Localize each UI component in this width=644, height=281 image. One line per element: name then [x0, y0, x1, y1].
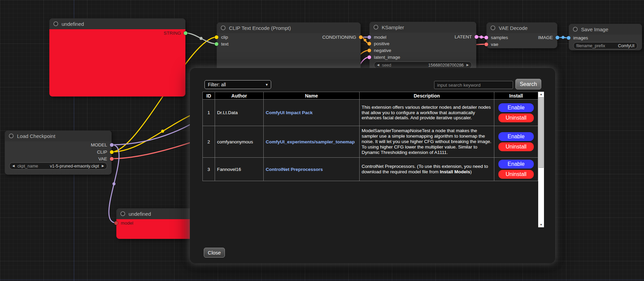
uninstall-button[interactable]: Uninstall: [498, 142, 534, 151]
node-header[interactable]: undefined: [49, 18, 185, 29]
link-midpoint-dot[interactable]: [161, 130, 164, 133]
cell-author: comfyanonymous: [215, 126, 264, 158]
node-header[interactable]: Load Checkpoint: [5, 130, 112, 141]
widget-value: 156680208700286: [428, 63, 464, 68]
input-slot-latent-image: latent_image: [367, 54, 400, 60]
node-header[interactable]: CLIP Text Encode (Prompt): [217, 22, 361, 33]
enable-button[interactable]: Enable: [498, 132, 534, 141]
node-header[interactable]: VAE Decode: [486, 22, 557, 33]
input-slot-model: model: [367, 34, 386, 40]
input-slot-negative: negative: [367, 48, 391, 53]
collapse-dot-icon[interactable]: [573, 27, 578, 32]
node-load-checkpoint[interactable]: Load Checkpoint MODEL CLIP VAE ◀ ckpt_na…: [5, 130, 112, 175]
uninstall-button[interactable]: Uninstall: [498, 113, 534, 122]
slot-label: vae: [491, 42, 498, 47]
link-midpoint-dot[interactable]: [562, 36, 565, 39]
collapse-dot-icon[interactable]: [374, 25, 378, 30]
input-pin-negative[interactable]: [367, 49, 371, 52]
cell-id: 2: [203, 126, 215, 158]
output-pin-clip[interactable]: [110, 150, 114, 154]
search-input[interactable]: [434, 81, 513, 89]
input-pin-text[interactable]: [215, 42, 218, 46]
comfyui-canvas[interactable]: undefined STRING CLIP Text Encode (Promp…: [0, 0, 644, 281]
link-midpoint-dot[interactable]: [200, 37, 203, 40]
cell-author: Fannovel16: [215, 158, 264, 181]
scroll-down-icon[interactable]: ▼: [538, 222, 544, 227]
collapse-dot-icon[interactable]: [120, 211, 125, 216]
link-midpoint-dot[interactable]: [113, 182, 116, 186]
extensions-table: ID Author Name Description Install 1 Dr.…: [202, 92, 538, 181]
slot-label: model: [121, 221, 133, 226]
extension-link[interactable]: ComfyUI Impact Pack: [266, 110, 313, 115]
input-slot-images: images: [567, 35, 588, 40]
node-undefined-top[interactable]: undefined STRING: [49, 18, 185, 96]
close-button[interactable]: Close: [204, 248, 225, 258]
output-slot-model: MODEL: [91, 142, 114, 147]
table-row: 3 Fannovel16 ControlNet Preprocessors Co…: [203, 158, 538, 181]
manager-install-extensions-dialog: Filter: all ▾ Search ID Author Name Desc…: [190, 68, 555, 263]
output-pin-image[interactable]: [556, 36, 559, 39]
output-pin-model[interactable]: [110, 143, 114, 147]
output-slot-vae: VAE: [98, 156, 114, 161]
input-pin-positive[interactable]: [367, 42, 371, 46]
node-title: undefined: [62, 21, 84, 27]
node-undefined-bottom[interactable]: undefined model: [116, 208, 195, 239]
filter-select[interactable]: Filter: all ▾: [204, 80, 271, 89]
link-midpoint-dot[interactable]: [480, 36, 483, 39]
decrement-arrow-icon[interactable]: ◀: [377, 64, 379, 67]
output-pin-conditioning[interactable]: [359, 35, 363, 39]
enable-button[interactable]: Enable: [498, 103, 534, 112]
collapse-dot-icon[interactable]: [53, 21, 58, 26]
seed-widget[interactable]: ◀ seed 156680208700286 ▶: [374, 62, 472, 69]
search-button[interactable]: Search: [515, 79, 541, 89]
node-title: Save Image: [581, 27, 608, 32]
column-header-description: Description: [360, 92, 494, 100]
node-header[interactable]: undefined: [116, 208, 195, 219]
widget-value: ComfyUI: [618, 43, 634, 48]
extension-link[interactable]: ControlNet Preprocessors: [266, 167, 323, 172]
input-pin-samples[interactable]: [484, 36, 488, 39]
cell-description: ControlNet Preprocessors. (To use this e…: [360, 158, 494, 181]
node-vae-decode[interactable]: VAE Decode samples vae IMAGE: [486, 22, 557, 48]
input-pin-model[interactable]: [367, 35, 371, 39]
node-save-image[interactable]: Save Image images filename_prefix ComfyU…: [569, 24, 642, 50]
filename-prefix-widget[interactable]: filename_prefix ComfyUI: [573, 42, 638, 49]
decrement-arrow-icon[interactable]: ◀: [12, 164, 15, 168]
widget-value: v1-5-pruned-emaonly.ckpt: [50, 164, 99, 169]
extensions-table-container: ID Author Name Description Install 1 Dr.…: [202, 92, 544, 227]
collapse-dot-icon[interactable]: [9, 134, 14, 138]
increment-arrow-icon[interactable]: ▶: [466, 64, 469, 67]
node-title: KSampler: [382, 24, 404, 30]
output-pin-vae[interactable]: [110, 157, 114, 161]
slot-label: clip: [221, 35, 228, 40]
table-row: 1 Dr.Lt.Data ComfyUI Impact Pack This ex…: [203, 100, 538, 126]
extension-link[interactable]: ComfyUI_experiments/sampler_tonemap: [266, 139, 355, 144]
input-pin-vae[interactable]: [484, 42, 488, 46]
scroll-up-icon[interactable]: ▲: [538, 92, 544, 97]
output-pin-string[interactable]: [184, 31, 187, 35]
scrollbar[interactable]: ▲ ▼: [538, 92, 544, 227]
link-midpoint-dot[interactable]: [364, 39, 366, 41]
output-pin-latent[interactable]: [475, 35, 478, 39]
input-slot-positive: positive: [367, 41, 390, 46]
node-header[interactable]: KSampler: [369, 22, 476, 33]
input-pin-latent-image[interactable]: [367, 55, 371, 59]
node-title: undefined: [129, 211, 151, 217]
output-slot-clip: CLIP: [97, 149, 114, 155]
column-header-id: ID: [203, 92, 215, 100]
uninstall-button[interactable]: Uninstall: [498, 170, 534, 179]
node-title: VAE Decode: [499, 25, 528, 31]
scrollbar-thumb[interactable]: [539, 97, 544, 168]
input-pin-images[interactable]: [567, 36, 571, 40]
increment-arrow-icon[interactable]: ▶: [102, 164, 104, 168]
input-pin-clip[interactable]: [215, 35, 218, 39]
input-pin-model[interactable]: [114, 221, 118, 225]
slot-label: model: [374, 35, 386, 40]
node-header[interactable]: Save Image: [569, 24, 642, 35]
node-title: CLIP Text Encode (Prompt): [229, 25, 291, 31]
ckpt-name-widget[interactable]: ◀ ckpt_name v1-5-pruned-emaonly.ckpt ▶: [9, 162, 107, 170]
collapse-dot-icon[interactable]: [221, 25, 226, 30]
collapse-dot-icon[interactable]: [491, 25, 495, 30]
slot-label: IMAGE: [538, 35, 553, 40]
enable-button[interactable]: Enable: [498, 160, 534, 169]
